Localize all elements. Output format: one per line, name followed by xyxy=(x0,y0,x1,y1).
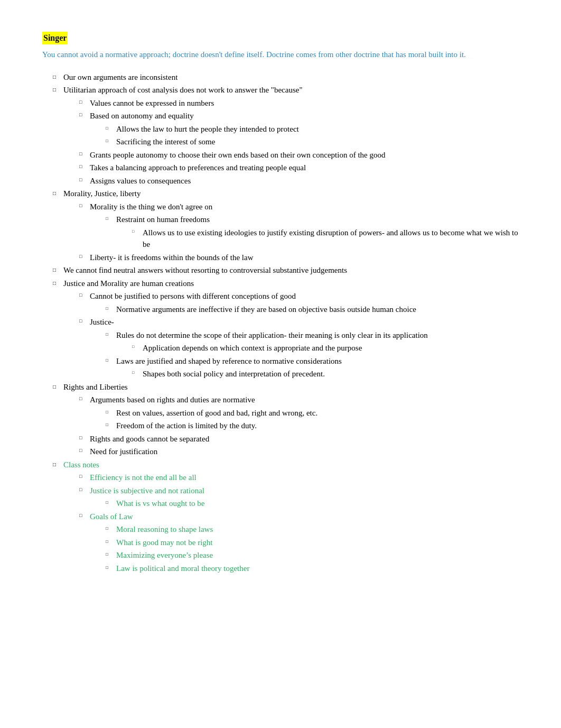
list-item-text: Need for justification xyxy=(90,447,157,456)
list-item: Rights and goods cannot be separated xyxy=(79,433,519,445)
list-item-text: Rights and goods cannot be separated xyxy=(90,435,209,443)
list-item: Liberty- it is freedoms within the bound… xyxy=(79,252,519,264)
list-item: Values cannot be expressed in numbers xyxy=(79,97,519,109)
list-item-text: What is vs what ought to be xyxy=(116,499,204,508)
list-item-text: Based on autonomy and equality xyxy=(90,112,194,120)
list-item: Morality is the thing we don't agree onR… xyxy=(79,201,519,251)
list-item-text: Rest on values, assertion of good and ba… xyxy=(116,409,317,417)
list-item: Justice is subjective and not rationalWh… xyxy=(79,485,519,510)
list-item: Application depends on which context is … xyxy=(132,342,519,354)
list-item: Cannot be justified to persons with diff… xyxy=(79,290,519,315)
list-item: Class notesEfficiency is not the end all… xyxy=(53,459,519,575)
list-item-text: Freedom of the action is limited by the … xyxy=(116,421,257,430)
list-item: Moral reasoning to shape laws xyxy=(106,523,519,536)
list-item-text: Application depends on which context is … xyxy=(143,344,362,352)
list-item: Justice and Morality are human creations… xyxy=(53,278,519,380)
list-item: What is good may not be right xyxy=(106,537,519,549)
list-item-text: Justice- xyxy=(90,318,114,326)
list-item-text: Goals of Law xyxy=(90,512,133,521)
list-item-text: Morality is the thing we don't agree on xyxy=(90,202,212,211)
list-item-text: Normative arguments are ineffective if t… xyxy=(116,305,416,314)
list-item-text: Sacrificing the interest of some xyxy=(116,137,215,146)
list-item: Our own arguments are inconsistent xyxy=(53,71,519,84)
list-item-text: Rights and Liberties xyxy=(63,383,128,391)
list-item-text: Laws are justified and shaped by referen… xyxy=(116,357,342,365)
intro-text: You cannot avoid a normative approach; d… xyxy=(42,49,519,61)
list-item-text: Cannot be justified to persons with diff… xyxy=(90,292,296,300)
list-item: Normative arguments are ineffective if t… xyxy=(106,303,519,316)
list-item-text: Assigns values to consequences xyxy=(90,177,191,185)
title: Singer xyxy=(42,32,68,44)
list-item-text: Law is political and moral theory togeth… xyxy=(116,564,249,573)
list-item-text: Utilitarian approach of cost analysis do… xyxy=(63,86,303,94)
list-item: Based on autonomy and equalityAllows the… xyxy=(79,110,519,148)
list-item-text: Allows us to use existing ideologies to … xyxy=(143,228,518,249)
list-item: Freedom of the action is limited by the … xyxy=(106,420,519,432)
list-item-text: Moral reasoning to shape laws xyxy=(116,525,213,533)
list-item: Rest on values, assertion of good and ba… xyxy=(106,407,519,419)
list-item: What is vs what ought to be xyxy=(106,497,519,510)
list-item: Arguments based on rights and duties are… xyxy=(79,394,519,432)
list-item-text: Justice and Morality are human creations xyxy=(63,279,194,288)
list-item-text: Liberty- it is freedoms within the bound… xyxy=(90,253,254,262)
list-item: Laws are justified and shaped by referen… xyxy=(106,355,519,380)
list-item: Law is political and moral theory togeth… xyxy=(106,563,519,575)
list-item: Efficiency is not the end all be all xyxy=(79,472,519,484)
list-item: Goals of LawMoral reasoning to shape law… xyxy=(79,511,519,575)
list-item-text: Morality, Justice, liberty xyxy=(63,189,141,198)
list-item-text: Maximizing everyone’s please xyxy=(116,551,213,559)
content: Our own arguments are inconsistentUtilit… xyxy=(42,71,519,575)
list-item: Sacrificing the interest of some xyxy=(106,136,519,148)
list-item: Shapes both social policy and interpreta… xyxy=(132,368,519,380)
list-item: Grants people autonomy to choose their o… xyxy=(79,149,519,161)
list-item-text: Shapes both social policy and interpreta… xyxy=(143,370,325,378)
list-item-text: Justice is subjective and not rational xyxy=(90,486,204,495)
list-item-text: What is good may not be right xyxy=(116,538,212,547)
list-item-text: Takes a balancing approach to preference… xyxy=(90,163,306,172)
list-item-text: Values cannot be expressed in numbers xyxy=(90,99,214,107)
list-item: Restraint on human freedomsAllows us to … xyxy=(106,214,519,251)
list-item-text: Our own arguments are inconsistent xyxy=(63,73,177,81)
list-item: Takes a balancing approach to preference… xyxy=(79,162,519,174)
list-item: Rights and LibertiesArguments based on r… xyxy=(53,381,519,458)
list-item: Need for justification xyxy=(79,446,519,458)
list-item-text: Allows the law to hurt the people they i… xyxy=(116,125,299,133)
list-item: We cannot find neutral answers without r… xyxy=(53,264,519,277)
list-item: Rules do not determine the scope of thei… xyxy=(106,329,519,354)
list-item: Morality, Justice, libertyMorality is th… xyxy=(53,188,519,263)
list-item: Maximizing everyone’s please xyxy=(106,549,519,561)
list-item-text: Rules do not determine the scope of thei… xyxy=(116,331,428,339)
list-item: Allows us to use existing ideologies to … xyxy=(132,227,519,251)
list-item-text: Arguments based on rights and duties are… xyxy=(90,395,255,404)
list-item: Assigns values to consequences xyxy=(79,175,519,187)
list-item: Justice-Rules do not determine the scope… xyxy=(79,316,519,380)
list-item-text: Restraint on human freedoms xyxy=(116,215,210,224)
list-item: Allows the law to hurt the people they i… xyxy=(106,123,519,135)
list-item-text: We cannot find neutral answers without r… xyxy=(63,266,347,274)
list-item: Utilitarian approach of cost analysis do… xyxy=(53,84,519,187)
list-item-text: Class notes xyxy=(63,460,99,469)
list-item-text: Grants people autonomy to choose their o… xyxy=(90,151,385,159)
list-item-text: Efficiency is not the end all be all xyxy=(90,473,197,482)
